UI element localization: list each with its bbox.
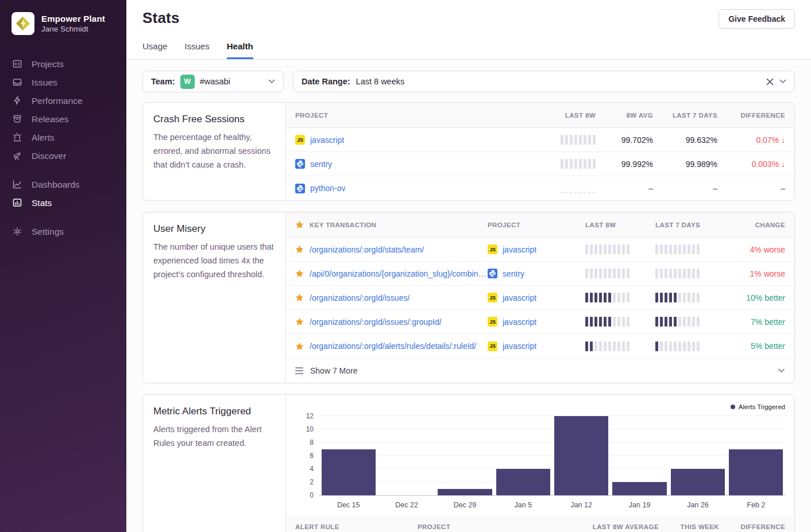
project-cell: python-ov [295,184,531,193]
column-header-last-8w-average: Last 8W Average [561,523,659,530]
sparkline-bars [585,293,655,302]
table-row: /organizations/:orgId/stats/team/JSjavas… [286,238,794,262]
chart-x-axis-labels: Dec 15Dec 22Dec 29Jan 5Jan 12Jan 19Jan 2… [319,501,785,509]
column-header-last-8w: Last 8W [585,222,655,228]
transaction-link[interactable]: /organizations/:orgId/issues/:groupId/ [310,317,442,327]
bar-dec-29[interactable] [438,489,492,496]
show-more-button[interactable]: Show 7 More [286,358,794,383]
javascript-platform-icon: JS [488,293,497,302]
tab-usage[interactable]: Usage [142,41,167,59]
bar-dec-15[interactable] [322,449,376,496]
project-link[interactable]: javascript [310,135,344,145]
star-icon [295,317,304,326]
bar-jan-12[interactable] [554,416,608,495]
tab-issues[interactable]: Issues [184,41,209,59]
releases-icon [11,113,23,125]
change-cell: 7% better [725,317,785,327]
bar-jan-19[interactable] [612,482,666,495]
key-transaction-cell: /organizations/:orgId/alerts/rules/detai… [295,341,488,351]
key-transaction-cell: /api/0/organizations/{organization_slug}… [295,269,488,278]
column-header-alert-rule: Alert Rule [295,523,418,530]
user-misery-panel: User Misery The number of unique users t… [142,212,795,383]
transaction-link[interactable]: /organizations/:orgId/alerts/rules/detai… [310,341,476,351]
8w-avg-cell: – [596,184,653,193]
sidebar-item-projects[interactable]: Projects [0,55,126,73]
sidebar-item-performance[interactable]: Performance [0,91,126,110]
project-link[interactable]: sentry [503,269,524,278]
project-link[interactable]: javascript [503,293,536,302]
team-selector[interactable]: Team: W #wasabi [142,71,284,92]
sidebar-item-releases[interactable]: Releases [0,110,126,128]
chevron-down-icon [778,368,785,373]
org-name: Empower Plant [41,14,105,24]
y-axis-tick-label: 0 [310,491,314,499]
column-header-last-7-days: Last 7 Days [653,112,717,119]
project-cell: sentry [295,159,531,169]
metric-alerts-description: Metric Alerts Triggered Alerts triggered… [143,395,286,532]
column-header-difference: Difference [717,112,785,119]
last-7-days-sparkline-cell [655,244,725,254]
last-7-days-cell: 99.632% [653,135,717,145]
column-header-last-7-days: Last 7 Days [655,222,725,228]
sidebar-item-label: Releases [32,114,69,125]
alert-rule-table-header: Alert Rule Project Last 8W Average This … [286,516,794,532]
x-axis-tick-label: Feb 2 [727,501,785,509]
bar-feb-2[interactable] [729,449,783,496]
sidebar-item-issues[interactable]: Issues [0,73,126,91]
project-link[interactable]: sentry [310,160,332,169]
chevron-down-icon [268,79,275,84]
dashboards-icon [11,178,23,190]
bar-jan-5[interactable] [496,469,550,495]
team-value: #wasabi [200,77,230,86]
crash-free-rows: JSjavascript99.702%99.632%0.07% ↓sentry9… [286,128,794,200]
page-title: Stats [142,9,180,27]
transaction-link[interactable]: /api/0/organizations/{organization_slug}… [310,269,488,278]
project-cell: JSjavascript [295,135,531,145]
x-axis-tick-label: Jan 12 [553,501,611,509]
last-8w-sparkline-cell [585,244,655,254]
org-switcher[interactable]: Empower Plant Jane Schmidt [0,0,126,41]
star-icon [295,269,304,278]
legend-label: Alerts Triggered [739,403,785,410]
sidebar-item-dashboards[interactable]: Dashboards [0,175,126,193]
project-link[interactable]: javascript [503,317,536,327]
main-area: Stats Give Feedback UsageIssuesHealth Te… [126,0,811,532]
last-8w-sparkline-cell [585,269,655,278]
give-feedback-button[interactable]: Give Feedback [719,9,795,29]
transaction-link[interactable]: /organizations/:orgId/issues/ [310,293,410,302]
change-cell: 5% better [725,341,785,351]
panel-title: Metric Alerts Triggered [153,406,275,417]
transaction-link[interactable]: /organizations/:orgId/stats/team/ [310,245,424,254]
stats-icon [11,197,23,208]
sidebar-item-settings[interactable]: Settings [0,222,126,240]
difference-cell: – [717,184,785,193]
sparkline-bars [655,341,725,351]
javascript-platform-icon: JS [488,341,497,351]
sidebar-item-alerts[interactable]: Alerts [0,128,126,146]
y-axis-tick-label: 2 [310,478,314,486]
column-header-8w-avg: 8W Avg [596,112,653,119]
project-link[interactable]: python-ov [310,184,345,193]
bar-slot [377,417,435,495]
sidebar-item-stats[interactable]: Stats [0,193,126,212]
table-row: JSjavascript99.702%99.632%0.07% ↓ [286,128,794,152]
sidebar-item-label: Alerts [32,132,55,143]
sidebar-item-discover[interactable]: Discover [0,146,126,165]
sparkline-bars [561,159,596,169]
last-7-days-cell: 99.989% [653,160,717,169]
tab-health[interactable]: Health [227,41,253,59]
column-header-change: Change [725,222,785,228]
column-header-key-transaction: Key Transaction [295,220,488,229]
page-header: Stats Give Feedback UsageIssuesHealth [126,0,811,60]
y-axis-tick-label: 6 [310,452,314,460]
sidebar-item-label: Settings [32,226,64,237]
project-link[interactable]: javascript [503,341,536,351]
project-link[interactable]: javascript [503,245,536,254]
crash-free-table: Project Last 8W 8W Avg Last 7 Days Diffe… [286,103,794,200]
change-cell: 4% worse [725,245,785,254]
date-range-selector[interactable]: Date Range: Last 8 weeks [293,71,795,92]
bar-jan-26[interactable] [671,469,725,495]
clear-date-icon[interactable] [766,78,774,86]
bar-slot [669,417,727,495]
settings-icon [11,226,23,237]
